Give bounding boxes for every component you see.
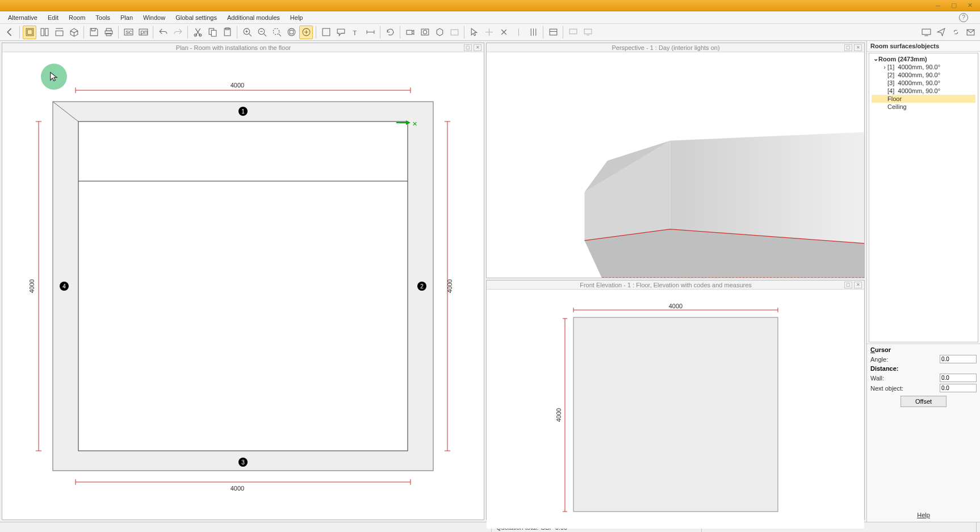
menu-edit[interactable]: Edit bbox=[43, 12, 64, 23]
perspective-title: Perspective - 1 : Day (interior lights o… bbox=[489, 44, 843, 51]
tree-wall-4[interactable]: [4] 4000mm, 90.0° bbox=[872, 87, 975, 95]
svg-text:4000: 4000 bbox=[555, 408, 562, 421]
dimension-button[interactable] bbox=[363, 26, 377, 39]
sc-button[interactable]: sc bbox=[122, 26, 135, 39]
refresh-button[interactable] bbox=[383, 26, 397, 39]
svg-text:4000: 4000 bbox=[231, 485, 244, 492]
camera-button[interactable] bbox=[403, 26, 417, 39]
select-button[interactable] bbox=[467, 26, 481, 39]
plan-title: Plan - Room with installations on the fl… bbox=[5, 44, 462, 51]
copy-button[interactable] bbox=[206, 26, 219, 39]
cursor-header: Cursor bbox=[870, 346, 977, 353]
menu-additional-modules[interactable]: Additional modules bbox=[222, 12, 285, 23]
close-button[interactable]: ✕ bbox=[962, 1, 977, 10]
angle-input[interactable] bbox=[940, 355, 977, 363]
cursor-highlight bbox=[41, 64, 67, 90]
monitor-icon[interactable] bbox=[919, 26, 933, 39]
toolbar: sc pn T bbox=[0, 24, 980, 41]
menu-tools[interactable]: Tools bbox=[90, 12, 115, 23]
svg-text:2: 2 bbox=[420, 283, 424, 290]
view-plan-button[interactable] bbox=[23, 26, 36, 39]
pn-button[interactable]: pn bbox=[136, 26, 150, 39]
cut-button[interactable] bbox=[191, 26, 204, 39]
send-icon[interactable] bbox=[934, 26, 948, 39]
menu-global-settings[interactable]: Global settings bbox=[170, 12, 222, 23]
tree-wall-3[interactable]: [3] 4000mm, 90.0° bbox=[872, 79, 975, 87]
menu-room[interactable]: Room bbox=[64, 12, 90, 23]
zoom-fit-button[interactable] bbox=[284, 26, 298, 39]
menu-bar: Alternative Edit Room Tools Plan Window … bbox=[0, 11, 980, 24]
minimize-button[interactable]: ─ bbox=[931, 1, 945, 10]
link-icon[interactable] bbox=[949, 26, 962, 39]
print-button[interactable] bbox=[102, 26, 115, 39]
zoom-all-button[interactable] bbox=[299, 26, 313, 39]
screen2-button[interactable] bbox=[581, 26, 594, 39]
rotate-button[interactable] bbox=[497, 26, 510, 39]
svg-rect-16 bbox=[211, 30, 216, 36]
menu-help[interactable]: Help bbox=[285, 12, 308, 23]
menu-alternative[interactable]: Alternative bbox=[3, 12, 43, 23]
align-button[interactable] bbox=[526, 26, 540, 39]
view-3d-button[interactable] bbox=[67, 26, 81, 39]
mail-icon[interactable] bbox=[964, 26, 977, 39]
svg-rect-4 bbox=[56, 31, 63, 36]
camera2-button[interactable] bbox=[447, 26, 461, 39]
note-button[interactable] bbox=[319, 26, 333, 39]
move-button[interactable] bbox=[482, 26, 496, 39]
elev-max-button[interactable]: ▢ bbox=[844, 282, 852, 288]
zoom-out-button[interactable] bbox=[255, 26, 269, 39]
view-elevation-button[interactable] bbox=[52, 26, 66, 39]
mirror-button[interactable] bbox=[512, 26, 525, 39]
svg-line-24 bbox=[263, 34, 266, 36]
tree-wall-1[interactable]: ›[1] 4000mm, 90.0° bbox=[872, 63, 975, 71]
elev-close-button[interactable]: ✕ bbox=[854, 282, 862, 288]
tree-floor[interactable]: Floor bbox=[872, 95, 975, 103]
persp-max-button[interactable]: ▢ bbox=[844, 44, 852, 51]
plan-max-button[interactable]: ▢ bbox=[464, 44, 472, 51]
text-button[interactable]: T bbox=[349, 26, 362, 39]
offset-button[interactable]: Offset bbox=[901, 396, 947, 407]
render-button[interactable] bbox=[418, 26, 432, 39]
wall-input[interactable] bbox=[940, 374, 977, 382]
persp-close-button[interactable]: ✕ bbox=[854, 44, 862, 51]
svg-marker-82 bbox=[670, 132, 864, 244]
view-list-button[interactable] bbox=[37, 26, 51, 39]
svg-rect-94 bbox=[573, 317, 778, 512]
cube-button[interactable] bbox=[433, 26, 446, 39]
paste-button[interactable] bbox=[220, 26, 234, 39]
redo-button[interactable] bbox=[171, 26, 185, 39]
title-bar: ─ ▢ ✕ bbox=[0, 0, 980, 11]
back-button[interactable] bbox=[3, 26, 16, 39]
help-link[interactable]: Help bbox=[917, 512, 930, 518]
tree-room-root[interactable]: ⌄Room (2473mm) bbox=[872, 55, 975, 63]
maximize-button[interactable]: ▢ bbox=[947, 1, 961, 10]
tree-ceiling[interactable]: Ceiling bbox=[872, 103, 975, 111]
elevation-canvas[interactable]: 4000 4000 bbox=[500, 301, 852, 517]
zoom-in-button[interactable] bbox=[240, 26, 254, 39]
zoom-window-button[interactable] bbox=[270, 26, 283, 39]
plan-close-button[interactable]: ✕ bbox=[474, 44, 481, 51]
catalog-button[interactable] bbox=[546, 26, 560, 39]
help-icon[interactable]: ? bbox=[959, 13, 968, 22]
menu-plan[interactable]: Plan bbox=[115, 12, 138, 23]
svg-text:3: 3 bbox=[241, 459, 245, 466]
svg-text:4: 4 bbox=[62, 283, 66, 290]
tree-wall-2[interactable]: [2] 4000mm, 90.0° bbox=[872, 71, 975, 79]
next-object-input[interactable] bbox=[940, 384, 977, 392]
svg-point-13 bbox=[194, 34, 196, 36]
svg-rect-3 bbox=[45, 28, 48, 36]
comment-button[interactable] bbox=[334, 26, 347, 39]
save-button[interactable] bbox=[87, 26, 100, 39]
plan-canvas[interactable]: 4000 4000 4000 4000 bbox=[10, 59, 476, 513]
angle-label: Angle: bbox=[870, 356, 940, 363]
wall-label: Wall: bbox=[870, 375, 940, 382]
menu-window[interactable]: Window bbox=[138, 12, 170, 23]
svg-point-28 bbox=[288, 28, 295, 36]
perspective-canvas[interactable] bbox=[487, 52, 864, 278]
undo-button[interactable] bbox=[156, 26, 170, 39]
svg-rect-29 bbox=[290, 30, 293, 33]
screen-button[interactable] bbox=[566, 26, 580, 39]
svg-line-20 bbox=[249, 34, 251, 36]
svg-text:4000: 4000 bbox=[28, 279, 35, 292]
svg-rect-47 bbox=[584, 29, 592, 34]
